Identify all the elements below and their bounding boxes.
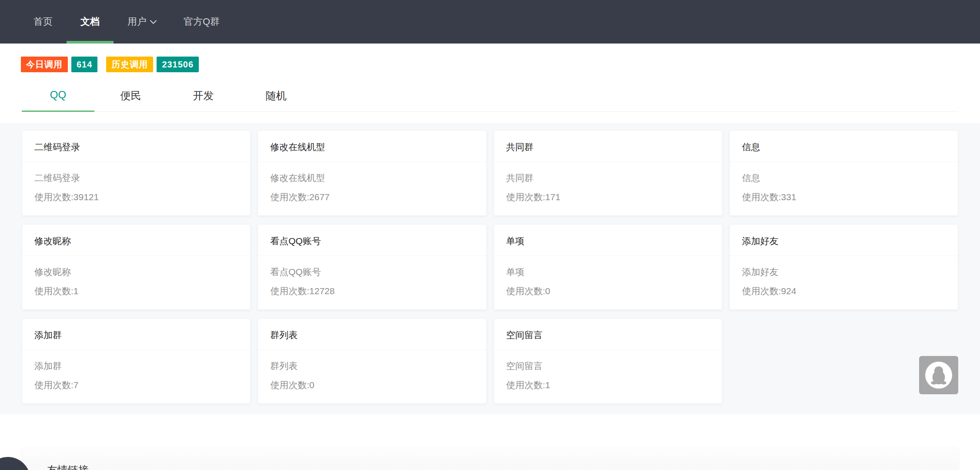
api-card[interactable]: 单项 单项 使用次数:0 [494, 224, 722, 310]
api-card-usage-count: 使用次数:1 [34, 282, 238, 301]
api-card-usage-count: 使用次数:924 [742, 282, 946, 301]
nav-item[interactable]: 文档 [67, 0, 114, 44]
api-card-title: 看点QQ账号 [258, 225, 486, 256]
api-card-body: 空间留言 使用次数:1 [494, 350, 722, 403]
api-card-grid: 二维码登录 二维码登录 使用次数:39121 修改在线机型 修改在线机型 使用次… [22, 130, 958, 404]
api-card-body: 群列表 使用次数:0 [258, 350, 486, 403]
api-card-name: 添加好友 [742, 262, 946, 282]
api-card-title: 修改昵称 [22, 225, 250, 256]
api-card-name: 信息 [742, 168, 946, 188]
api-card-body: 共同群 使用次数:171 [494, 162, 722, 215]
api-card-body: 二维码登录 使用次数:39121 [22, 162, 250, 215]
main-nav: 首页 文档 用户 官方Q群 [20, 0, 234, 44]
api-card-body: 修改在线机型 使用次数:2677 [258, 162, 486, 215]
api-card[interactable]: 信息 信息 使用次数:331 [729, 130, 958, 216]
api-card-name: 添加群 [34, 356, 238, 376]
api-card-body: 添加群 使用次数:7 [22, 350, 250, 403]
api-card-name: 修改昵称 [34, 262, 238, 282]
api-card-usage-count: 使用次数:39121 [34, 188, 238, 207]
friend-links-card: 友情链接 [22, 448, 958, 470]
category-tab[interactable]: QQ [22, 82, 94, 111]
api-card-usage-count: 使用次数:12728 [270, 282, 474, 301]
api-card-name: 修改在线机型 [270, 168, 474, 188]
api-card[interactable]: 群列表 群列表 使用次数:0 [258, 318, 486, 404]
api-card-body: 添加好友 使用次数:924 [730, 256, 958, 309]
api-card-name: 单项 [506, 262, 710, 282]
chevron-down-icon [150, 17, 157, 24]
api-card-body: 看点QQ账号 使用次数:12728 [258, 256, 486, 309]
top-navbar: 首页 文档 用户 官方Q群 [0, 0, 980, 44]
api-card[interactable]: 共同群 共同群 使用次数:171 [494, 130, 722, 216]
api-card-title: 信息 [730, 131, 958, 162]
api-card-usage-count: 使用次数:2677 [270, 188, 474, 207]
qq-penguin-icon [925, 362, 952, 389]
api-card[interactable]: 修改在线机型 修改在线机型 使用次数:2677 [258, 130, 486, 216]
api-card-name: 群列表 [270, 356, 474, 376]
api-card-name: 空间留言 [506, 356, 710, 376]
api-card-usage-count: 使用次数:1 [506, 376, 710, 395]
category-tabs: QQ便民开发随机 [22, 82, 958, 112]
api-card[interactable]: 添加好友 添加好友 使用次数:924 [729, 224, 958, 310]
api-card[interactable]: 二维码登录 二维码登录 使用次数:39121 [22, 130, 251, 216]
api-card-title: 共同群 [494, 131, 722, 162]
api-card-title: 二维码登录 [22, 131, 250, 162]
tab-content-panel: 二维码登录 二维码登录 使用次数:39121 修改在线机型 修改在线机型 使用次… [0, 123, 980, 414]
api-card-name: 看点QQ账号 [270, 262, 474, 282]
stat-badge: 231506 [157, 57, 199, 72]
api-card-name: 共同群 [506, 168, 710, 188]
api-card[interactable]: 添加群 添加群 使用次数:7 [22, 318, 251, 404]
api-card-title: 添加好友 [730, 225, 958, 256]
category-tab[interactable]: 开发 [167, 82, 240, 111]
nav-item[interactable]: 用户 [114, 0, 170, 44]
api-card-name: 二维码登录 [34, 168, 238, 188]
category-tab[interactable]: 随机 [240, 82, 312, 111]
stat-badge: 614 [71, 57, 97, 72]
api-card-usage-count: 使用次数:331 [742, 188, 946, 207]
nav-item-label: 文档 [80, 15, 100, 28]
category-tab[interactable]: 便民 [94, 82, 167, 111]
stat-badge: 今日调用 [21, 57, 68, 72]
api-card-title: 修改在线机型 [258, 131, 486, 162]
nav-item-label: 首页 [33, 15, 53, 28]
friend-links-title: 友情链接 [47, 463, 933, 470]
api-card-body: 信息 使用次数:331 [730, 162, 958, 215]
api-card[interactable]: 空间留言 空间留言 使用次数:1 [494, 318, 722, 404]
qq-contact-button[interactable] [919, 356, 958, 394]
api-card-usage-count: 使用次数:0 [270, 376, 474, 395]
api-card-usage-count: 使用次数:0 [506, 282, 710, 301]
api-card-usage-count: 使用次数:171 [506, 188, 710, 207]
api-card[interactable]: 修改昵称 修改昵称 使用次数:1 [22, 224, 251, 310]
api-card-usage-count: 使用次数:7 [34, 376, 238, 395]
api-card-title: 添加群 [22, 319, 250, 350]
nav-item[interactable]: 首页 [20, 0, 67, 44]
api-card-title: 单项 [494, 225, 722, 256]
nav-item-label: 官方Q群 [184, 15, 220, 28]
api-card-body: 单项 使用次数:0 [494, 256, 722, 309]
api-card[interactable]: 看点QQ账号 看点QQ账号 使用次数:12728 [258, 224, 486, 310]
usage-stats: 今日调用614历史调用231506 [21, 57, 980, 72]
api-card-body: 修改昵称 使用次数:1 [22, 256, 250, 309]
nav-item-label: 用户 [127, 15, 147, 28]
stat-badge: 历史调用 [106, 57, 153, 72]
api-card-title: 群列表 [258, 319, 486, 350]
nav-item[interactable]: 官方Q群 [170, 0, 234, 44]
api-card-title: 空间留言 [494, 319, 722, 350]
